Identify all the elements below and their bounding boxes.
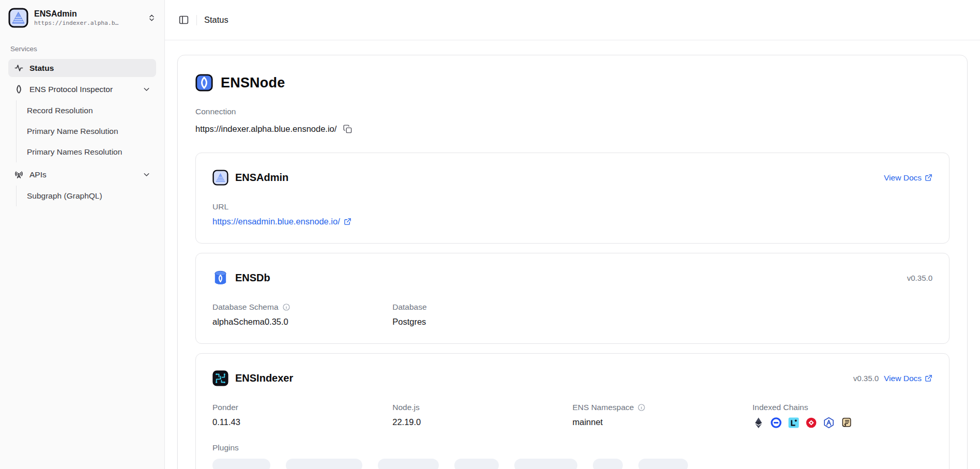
database-field: Database Postgres [392, 302, 572, 327]
connection-url: https://indexer.alpha.blue.ensnode.io/ [195, 124, 336, 134]
chevron-down-icon [142, 170, 151, 179]
plugin-pill [514, 459, 577, 469]
view-docs-link[interactable]: View Docs [884, 374, 932, 383]
indexed-chains-field: Indexed Chains [753, 403, 932, 429]
base-chain-icon [770, 417, 782, 429]
sidebar-section-label: Services [8, 45, 156, 53]
sidebar-item-label: ENS Protocol Inspector [29, 85, 113, 94]
field-value: 22.19.0 [392, 417, 572, 427]
plugins-label: Plugins [212, 443, 239, 452]
field-label: Node.js [392, 403, 420, 412]
ethereum-chain-icon [753, 417, 764, 429]
external-link-icon [344, 218, 351, 225]
arbitrum-chain-icon [823, 417, 835, 429]
ensadmin-card-icon [212, 170, 228, 186]
sidebar: ENSAdmin https://indexer.alpha.b… Servic… [0, 0, 165, 469]
plugin-pill [286, 459, 362, 469]
field-label: Database [392, 302, 426, 312]
ensindexer-card: ENSIndexer v0.35.0 View Docs Ponder [195, 353, 950, 469]
workspace-url: https://indexer.alpha.b… [34, 20, 118, 26]
apis-sublist: Subgraph (GraphQL) [16, 186, 156, 206]
ensnode-header: ENSNode [195, 74, 950, 92]
workspace-switcher[interactable]: ENSAdmin https://indexer.alpha.b… [0, 0, 164, 35]
sidebar-item-ens-protocol-inspector[interactable]: ENS Protocol Inspector [8, 80, 156, 98]
chevron-down-icon [142, 85, 151, 94]
connection-row: https://indexer.alpha.blue.ensnode.io/ [195, 124, 950, 134]
sidebar-toggle-icon[interactable] [178, 14, 189, 25]
view-docs-link[interactable]: View Docs [884, 173, 932, 183]
copy-button[interactable] [343, 124, 353, 134]
ens-namespace-field: ENS Namespace mainnet [573, 403, 753, 429]
plugin-pills [212, 459, 932, 469]
field-value: Postgres [392, 317, 572, 327]
chevrons-up-down-icon [147, 13, 156, 22]
content: ENSNode Connection https://indexer.alpha… [165, 40, 980, 469]
ensnode-logo-icon [195, 74, 213, 92]
version-badge: v0.35.0 [907, 274, 932, 282]
plugin-pill [638, 459, 688, 469]
optimism-chain-icon [805, 417, 817, 429]
plugin-pill [378, 459, 439, 469]
url-field: URL https://ensadmin.blue.ensnode.io/ [212, 202, 392, 226]
plugin-pill [593, 459, 623, 469]
plugins-section: Plugins [212, 443, 932, 469]
nodejs-field: Node.js 22.19.0 [392, 403, 572, 429]
topbar: Status [165, 0, 980, 40]
activity-icon [13, 63, 24, 73]
version-badge: v0.35.0 [853, 374, 879, 383]
ens-diamond-icon [13, 84, 24, 95]
external-link-icon [925, 174, 932, 181]
sidebar-item-label: Status [29, 64, 54, 73]
info-icon[interactable] [282, 303, 290, 311]
linea-chain-icon [788, 417, 800, 429]
database-schema-field: Database Schema alphaSchema0.35.0 [212, 302, 392, 327]
external-link-icon [925, 374, 932, 382]
main-area: Status ENSNode Connection https://indexe… [165, 0, 980, 469]
field-label: ENS Namespace [573, 403, 634, 412]
field-value: 0.11.43 [212, 417, 392, 427]
scroll-chain-icon [840, 417, 852, 429]
sidebar-item-label: APIs [29, 170, 47, 179]
ensadmin-url-link[interactable]: https://ensadmin.blue.ensnode.io/ [212, 217, 351, 226]
sidebar-item-apis[interactable]: APIs [8, 165, 156, 184]
field-value: alphaSchema0.35.0 [212, 317, 392, 327]
topbar-divider [196, 15, 197, 25]
ensindexer-card-icon [212, 370, 228, 386]
field-value: mainnet [573, 417, 753, 427]
ensnode-status-card: ENSNode Connection https://indexer.alpha… [177, 55, 968, 469]
ponder-field: Ponder 0.11.43 [212, 403, 392, 429]
card-title: ENSIndexer [235, 372, 293, 384]
sidebar-item-subgraph-graphql[interactable]: Subgraph (GraphQL) [27, 186, 156, 206]
plugin-pill [212, 459, 270, 469]
card-title: ENSDb [235, 272, 270, 284]
field-label: Database Schema [212, 302, 279, 312]
sidebar-item-record-resolution[interactable]: Record Resolution [27, 100, 156, 121]
ensdb-card-icon [212, 270, 228, 286]
sidebar-item-primary-name-resolution[interactable]: Primary Name Resolution [27, 121, 156, 142]
radio-tower-icon [13, 170, 24, 180]
page-title: ENSNode [221, 75, 285, 91]
ensadmin-card: ENSAdmin View Docs URL [195, 153, 950, 244]
ensadmin-logo-icon [8, 8, 28, 28]
field-label: Indexed Chains [753, 403, 808, 412]
breadcrumb: Status [204, 15, 228, 25]
ens-protocol-inspector-sublist: Record Resolution Primary Name Resolutio… [16, 100, 156, 162]
info-icon[interactable] [637, 403, 646, 412]
field-label: Ponder [212, 403, 238, 412]
field-label: URL [212, 202, 228, 211]
workspace-title: ENSAdmin [34, 9, 118, 19]
sidebar-item-status[interactable]: Status [8, 59, 156, 77]
sidebar-item-primary-names-resolution[interactable]: Primary Names Resolution [27, 142, 156, 162]
plugin-pill [454, 459, 499, 469]
card-title: ENSAdmin [235, 172, 288, 184]
connection-label: Connection [195, 107, 950, 116]
ensdb-card: ENSDb v0.35.0 Database Schema alphaSch [195, 253, 950, 344]
